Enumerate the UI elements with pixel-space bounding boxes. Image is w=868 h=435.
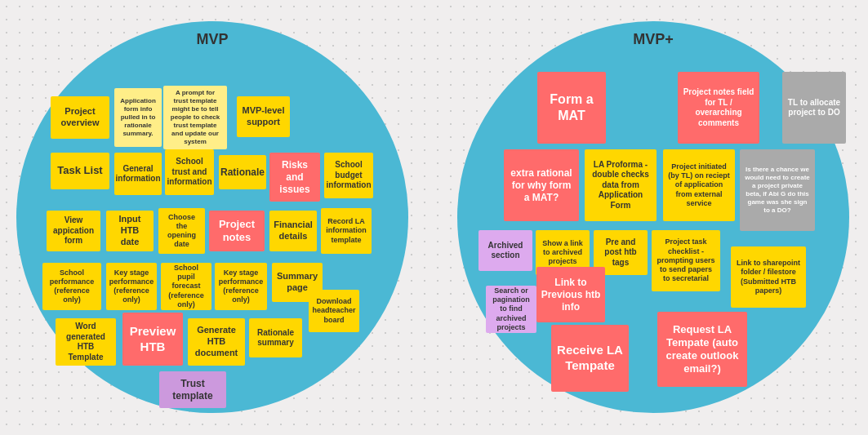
sticky-request-la-template: Request LA Tempate (auto create outlook …: [657, 312, 747, 387]
sticky-link-to-previous: Link to Previous htb info: [536, 267, 605, 322]
sticky-rationale-summary: Rationale summary: [249, 318, 302, 357]
sticky-rationale: Rationale: [219, 155, 266, 189]
sticky-preview-htb: Preview HTB: [122, 313, 183, 366]
sticky-application-form-info: Application form info pulled in to ratio…: [114, 88, 162, 147]
sticky-project-initiated: Project initiated (by TL) on reciept of …: [663, 149, 735, 221]
sticky-trust-template: Trust template: [159, 371, 226, 408]
sticky-generate-htb: Generate HTB document: [188, 318, 245, 366]
sticky-project-overview: Project overview: [51, 96, 109, 139]
sticky-key-stage-2: Key stage performance (reference only): [215, 263, 267, 310]
sticky-trust-template-prompt: A prompt for trust template might be to …: [163, 86, 227, 149]
sticky-archived-section: Archived section: [479, 230, 532, 271]
sticky-general-info: General information: [114, 153, 162, 195]
mvp-plus-label: MVP+: [457, 31, 849, 48]
sticky-download-headteacher: Download headteacher board: [309, 290, 359, 332]
sticky-task-list: Task List: [51, 153, 109, 189]
sticky-receive-la-template: Receive LA Tempate: [551, 325, 629, 392]
sticky-project-beta: Is there a chance we would need to creat…: [740, 149, 815, 231]
sticky-project-notes: Project notes: [209, 211, 265, 251]
sticky-school-performance: School performance (reference only): [42, 263, 101, 310]
sticky-record-la-template: Record LA information template: [321, 208, 372, 254]
sticky-link-sharepoint: Link to sharepoint folder / filestore (S…: [731, 246, 806, 308]
sticky-school-budget: School budget information: [324, 153, 373, 198]
sticky-school-trust: School trust and information: [165, 149, 214, 195]
sticky-mvp-support: MVP-level support: [237, 96, 290, 137]
sticky-extra-rational: extra rational for why form a MAT?: [504, 149, 579, 221]
sticky-word-htb: Word generated HTB Template: [56, 318, 116, 366]
sticky-choose-opening-date: Choose the opening date: [158, 208, 205, 254]
sticky-project-task-checklist: Project task checklist - prompting users…: [652, 230, 720, 291]
sticky-risks-issues: Risks and issues: [269, 153, 320, 202]
sticky-financial-details: Financial details: [269, 211, 317, 251]
sticky-form-mat: Form a MAT: [537, 72, 606, 144]
sticky-project-notes-tl: Project notes field for TL / overarching…: [678, 72, 759, 144]
sticky-tl-allocate: TL to allocate project to DO: [782, 72, 846, 144]
sticky-key-stage-1: Key stage performance (reference only): [106, 263, 157, 310]
sticky-input-htb-date: Input HTB date: [106, 211, 154, 251]
sticky-view-application: View appication form: [47, 211, 100, 251]
sticky-search-pagination: Search or pagination to find archived pr…: [486, 286, 536, 333]
sticky-school-pupil-forecast: School pupil forecast (reference only): [161, 263, 211, 310]
sticky-la-proforma: LA Proforma - double checks data from Ap…: [585, 149, 657, 221]
mvp-label: MVP: [16, 31, 408, 48]
